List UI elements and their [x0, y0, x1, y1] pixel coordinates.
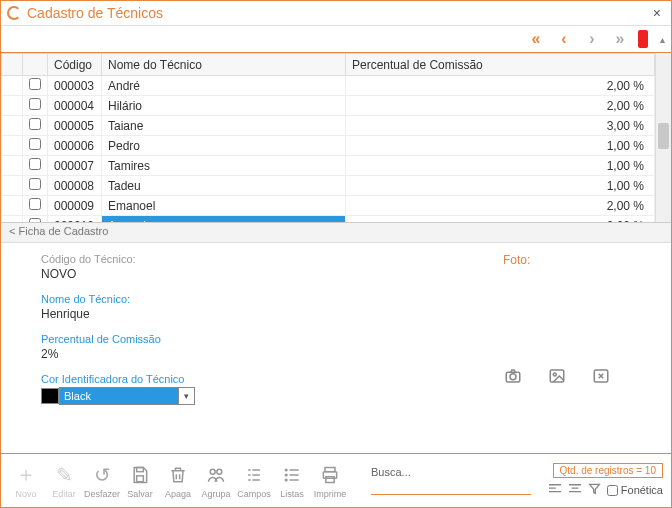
cell-name[interactable]: Amanda — [102, 216, 346, 223]
table-row[interactable]: 000008Tadeu1,00 % — [2, 176, 655, 196]
name-value[interactable]: Henrique — [41, 307, 503, 321]
cell-pct[interactable]: 1,00 % — [346, 136, 655, 156]
collapse-up-icon[interactable]: ▴ — [660, 34, 665, 45]
image-remove-icon[interactable] — [591, 367, 611, 390]
row-checkbox[interactable] — [29, 198, 41, 210]
cell-pct[interactable]: 1,00 % — [346, 176, 655, 196]
cell-name[interactable]: Taiane — [102, 116, 346, 136]
fonetica-input[interactable] — [607, 485, 618, 496]
technicians-grid[interactable]: Código Nome do Técnico Percentual de Com… — [1, 53, 655, 222]
pct-label: Percentual de Comissão — [41, 333, 503, 345]
row-checkbox[interactable] — [29, 98, 41, 110]
table-row[interactable]: 000007Tamires1,00 % — [2, 156, 655, 176]
cell-name[interactable]: Tadeu — [102, 176, 346, 196]
col-code[interactable]: Código — [48, 54, 102, 76]
table-row[interactable]: 000009Emanoel2,00 % — [2, 196, 655, 216]
editar-button[interactable]: ✎ Editar — [47, 463, 81, 499]
code-value: NOVO — [41, 267, 503, 281]
cell-code[interactable]: 000008 — [48, 176, 102, 196]
record-indicator-icon — [638, 30, 648, 48]
close-icon[interactable]: × — [649, 5, 665, 21]
grid-area: Código Nome do Técnico Percentual de Com… — [1, 53, 671, 223]
nav-first-icon[interactable]: « — [526, 29, 546, 49]
title-bar: Cadastro de Técnicos × — [1, 1, 671, 25]
cell-code[interactable]: 000010 — [48, 216, 102, 223]
cell-pct[interactable]: 2,00 % — [346, 76, 655, 96]
agrupa-button[interactable]: Agrupa — [199, 463, 233, 499]
section-header[interactable]: < Ficha de Cadastro — [1, 223, 671, 243]
salvar-label: Salvar — [127, 489, 153, 499]
cell-code[interactable]: 000009 — [48, 196, 102, 216]
nav-prev-icon[interactable]: ‹ — [554, 29, 574, 49]
row-checkbox[interactable] — [29, 118, 41, 130]
chevron-down-icon[interactable]: ▾ — [179, 387, 195, 405]
fonetica-checkbox[interactable]: Fonética — [607, 484, 663, 496]
imprime-label: Imprime — [314, 489, 347, 499]
editar-label: Editar — [52, 489, 76, 499]
grid-scrollbar[interactable] — [655, 53, 671, 222]
agrupa-label: Agrupa — [201, 489, 230, 499]
row-indicator — [2, 116, 23, 136]
col-name[interactable]: Nome do Técnico — [102, 54, 346, 76]
camera-icon[interactable] — [503, 367, 523, 390]
row-indicator — [2, 76, 23, 96]
row-checkbox[interactable] — [29, 158, 41, 170]
cell-name[interactable]: André — [102, 76, 346, 96]
svg-rect-6 — [137, 475, 144, 481]
cell-name[interactable]: Emanoel — [102, 196, 346, 216]
window-title: Cadastro de Técnicos — [27, 5, 163, 21]
cell-code[interactable]: 000004 — [48, 96, 102, 116]
plus-icon: ＋ — [16, 463, 36, 487]
align-left-icon[interactable] — [548, 483, 562, 498]
table-row[interactable]: ▶000010Amanda2,00 % — [2, 216, 655, 223]
cell-pct[interactable]: 1,00 % — [346, 156, 655, 176]
nav-next-icon[interactable]: › — [582, 29, 602, 49]
cell-name[interactable]: Pedro — [102, 136, 346, 156]
cell-code[interactable]: 000007 — [48, 156, 102, 176]
col-row-indicator — [2, 54, 23, 76]
salvar-button[interactable]: Salvar — [123, 463, 157, 499]
svg-rect-14 — [326, 476, 334, 482]
image-add-icon[interactable] — [547, 367, 567, 390]
app-logo-icon — [7, 6, 21, 20]
search-label: Busca... — [371, 466, 544, 478]
imprime-button[interactable]: Imprime — [313, 463, 347, 499]
row-checkbox[interactable] — [29, 178, 41, 190]
cell-pct[interactable]: 2,00 % — [346, 96, 655, 116]
color-select[interactable]: Black — [59, 387, 179, 405]
filter-icon[interactable] — [588, 482, 601, 498]
scrollbar-thumb[interactable] — [658, 123, 669, 149]
cell-pct[interactable]: 2,00 % — [346, 216, 655, 223]
listas-button[interactable]: Listas — [275, 463, 309, 499]
cell-pct[interactable]: 3,00 % — [346, 116, 655, 136]
align-center-icon[interactable] — [568, 483, 582, 498]
cell-code[interactable]: 000003 — [48, 76, 102, 96]
table-row[interactable]: 000003André2,00 % — [2, 76, 655, 96]
detail-form: Código do Técnico: NOVO Nome do Técnico:… — [1, 243, 671, 453]
nav-last-icon[interactable]: » — [610, 29, 630, 49]
table-row[interactable]: 000006Pedro1,00 % — [2, 136, 655, 156]
cell-code[interactable]: 000006 — [48, 136, 102, 156]
table-row[interactable]: 000004Hilário2,00 % — [2, 96, 655, 116]
col-pct[interactable]: Percentual de Comissão — [346, 54, 655, 76]
color-label: Cor Identificadora do Técnico — [41, 373, 503, 385]
pct-value[interactable]: 2% — [41, 347, 503, 361]
desfazer-button[interactable]: ↺ Desfazer — [85, 463, 119, 499]
fields-icon — [244, 463, 264, 487]
cell-name[interactable]: Tamires — [102, 156, 346, 176]
pencil-icon: ✎ — [56, 463, 73, 487]
campos-button[interactable]: Campos — [237, 463, 271, 499]
campos-label: Campos — [237, 489, 271, 499]
svg-point-8 — [217, 469, 222, 474]
desfazer-label: Desfazer — [84, 489, 120, 499]
cell-code[interactable]: 000005 — [48, 116, 102, 136]
table-row[interactable]: 000005Taiane3,00 % — [2, 116, 655, 136]
apaga-button[interactable]: Apaga — [161, 463, 195, 499]
row-checkbox[interactable] — [29, 218, 41, 222]
row-checkbox[interactable] — [29, 138, 41, 150]
search-input[interactable] — [371, 480, 531, 495]
novo-button[interactable]: ＋ Novo — [9, 463, 43, 499]
row-checkbox[interactable] — [29, 78, 41, 90]
cell-pct[interactable]: 2,00 % — [346, 196, 655, 216]
cell-name[interactable]: Hilário — [102, 96, 346, 116]
